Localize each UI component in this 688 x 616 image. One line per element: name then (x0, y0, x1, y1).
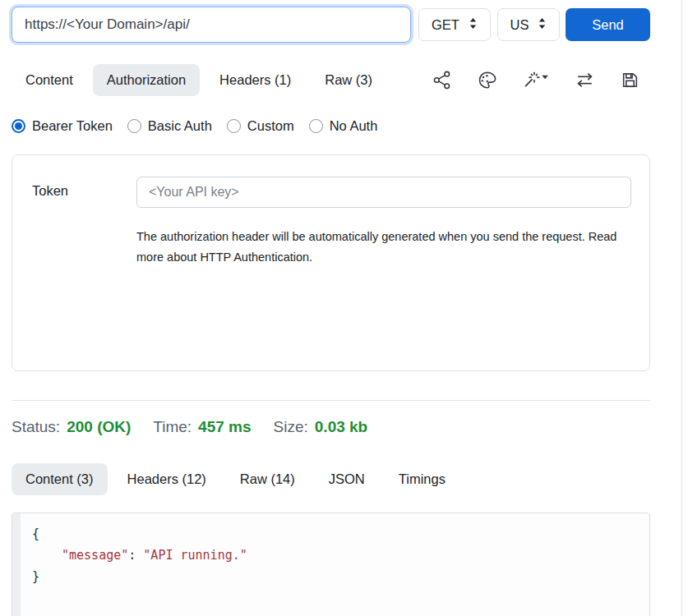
time-item: Time: 457 ms (153, 418, 251, 436)
radio-unselected-icon (309, 119, 323, 133)
palette-icon[interactable] (476, 69, 498, 91)
code-line: } (32, 566, 649, 587)
share-nodes-icon[interactable] (431, 69, 453, 91)
response-tab-raw[interactable]: Raw (14) (226, 463, 309, 495)
auth-option-label: No Auth (330, 118, 378, 134)
tab-content[interactable]: Content (12, 64, 87, 96)
auth-option-no-auth[interactable]: No Auth (309, 118, 378, 134)
region-select[interactable]: US (497, 8, 560, 41)
method-select-value: GET (432, 17, 459, 33)
response-tab-timings[interactable]: Timings (385, 463, 459, 495)
code-line: "message": "API running." (32, 545, 649, 566)
auth-option-custom[interactable]: Custom (227, 118, 294, 134)
token-input[interactable] (136, 177, 631, 208)
request-bar: GET US Send (12, 7, 650, 43)
page-edge-divider (681, 0, 682, 616)
status-value: 200 (OK) (67, 418, 131, 436)
time-label: Time: (153, 418, 192, 436)
json-value: "API running." (143, 548, 247, 563)
code-line: { (32, 523, 649, 545)
response-tab-json[interactable]: JSON (315, 463, 379, 495)
save-icon[interactable] (619, 69, 641, 91)
auth-option-label: Bearer Token (32, 118, 113, 134)
status-label: Status: (12, 418, 60, 436)
request-toolbar (431, 69, 650, 91)
main-content: GET US Send Content Authorization Header… (12, 0, 650, 616)
auth-options-row: Bearer Token Basic Auth Custom No Auth (12, 118, 650, 134)
response-status-bar: Status: 200 (OK) Time: 457 ms Size: 0.03… (12, 418, 650, 436)
tab-raw[interactable]: Raw (3) (311, 64, 386, 96)
response-tab-headers[interactable]: Headers (12) (113, 463, 220, 495)
url-input[interactable] (12, 7, 411, 43)
response-body-block: { "message": "API running." } (12, 513, 650, 616)
response-tabs-row: Content (3) Headers (12) Raw (14) JSON T… (12, 463, 650, 495)
time-value: 457 ms (198, 418, 251, 436)
json-close-brace: } (32, 569, 39, 584)
radio-selected-icon (12, 119, 25, 133)
auth-option-basic-auth[interactable]: Basic Auth (127, 118, 212, 134)
method-select[interactable]: GET (418, 8, 491, 41)
api-tester-page: GET US Send Content Authorization Header… (0, 0, 688, 616)
response-json-code: { "message": "API running." } (12, 513, 649, 587)
token-panel: Token The authorization header will be a… (12, 154, 650, 371)
status-code-item: Status: 200 (OK) (12, 418, 131, 436)
token-panel-main: The authorization header will be automat… (136, 177, 631, 370)
magic-wand-dropdown-icon[interactable] (521, 69, 551, 91)
token-help-text: The authorization header will be automat… (136, 227, 620, 268)
send-button[interactable]: Send (566, 8, 650, 41)
code-gutter (12, 513, 21, 616)
tab-authorization[interactable]: Authorization (93, 64, 200, 96)
size-item: Size: 0.03 kb (274, 418, 368, 436)
auth-option-label: Basic Auth (148, 118, 212, 134)
json-separator: : (128, 548, 143, 563)
auth-option-label: Custom (247, 118, 294, 134)
json-open-brace: { (32, 526, 39, 541)
size-value: 0.03 kb (315, 418, 367, 436)
request-tabs-row: Content Authorization Headers (1) Raw (3… (12, 64, 650, 96)
auth-option-bearer-token[interactable]: Bearer Token (12, 118, 113, 134)
response-tab-content[interactable]: Content (3) (12, 463, 108, 495)
swap-arrows-icon[interactable] (574, 69, 596, 91)
tab-headers[interactable]: Headers (1) (205, 64, 305, 96)
token-label: Token (32, 177, 136, 370)
section-divider (12, 400, 650, 401)
region-select-value: US (510, 17, 529, 33)
updown-arrows-icon (538, 17, 547, 33)
json-key: "message" (62, 548, 128, 563)
updown-arrows-icon (469, 17, 478, 33)
radio-unselected-icon (127, 119, 141, 133)
size-label: Size: (274, 418, 308, 436)
radio-unselected-icon (227, 119, 241, 133)
